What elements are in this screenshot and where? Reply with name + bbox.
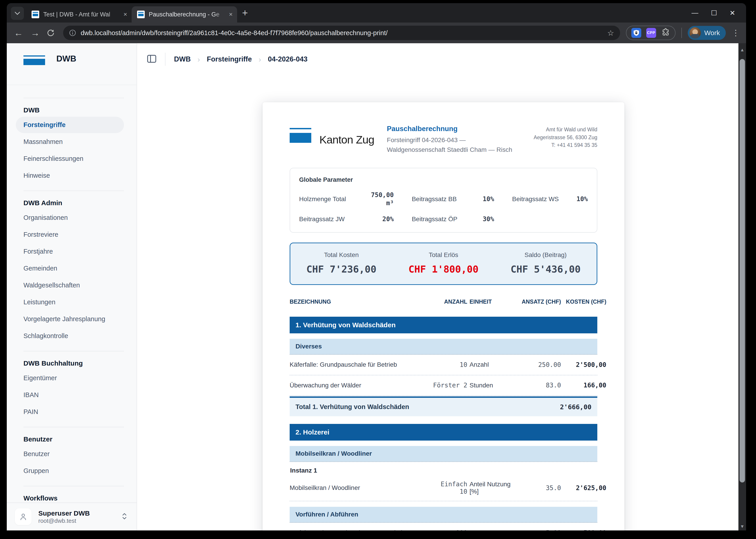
close-window-button[interactable]: ✕	[730, 9, 735, 17]
breadcrumb-item[interactable]: Forsteingriffe	[207, 55, 252, 63]
breadcrumb-item[interactable]: 04-2026-043	[268, 55, 308, 63]
subsection-band: Mobilseilkran / Woodliner	[290, 446, 597, 462]
sidebar-item-forstreviere[interactable]: Forstreviere	[16, 226, 124, 243]
global-param: Holzmenge Total750,00m³	[299, 191, 394, 207]
content-area: Kanton Zug Pauschalberechnung Forsteingr…	[137, 75, 738, 530]
totals-banner: Total KostenCHF 7'236,00Total ErlösCHF 1…	[290, 243, 597, 285]
user-avatar-icon	[15, 508, 32, 525]
breadcrumb-item[interactable]: DWB	[174, 55, 191, 63]
subsection-band: Vorführen / Abführen	[290, 507, 597, 523]
url-bar[interactable]: dwb.localhost/admin/dwb/forsteingriff/2a…	[63, 26, 620, 40]
tab-favicon-icon	[137, 11, 145, 18]
total-column: Total ErlösCHF 1'800,00	[392, 251, 495, 275]
sidebar-section-header: DWB Admin	[16, 198, 124, 209]
bookmark-star-icon[interactable]: ☆	[607, 29, 614, 38]
extensions-group: CPP	[626, 26, 676, 40]
sidebar-item-benutzer[interactable]: Benutzer	[16, 446, 124, 462]
table-header-row: BEZEICHNUNGANZAHLEINHEITANSATZ (CHF)KOST…	[290, 298, 597, 309]
sidebar-item-hinweise[interactable]: Hinweise	[16, 167, 124, 184]
back-button[interactable]: ←	[13, 28, 24, 38]
sidebar-section-header: DWB Buchhaltung	[16, 358, 124, 369]
global-param: Beitragssatz WS10%	[512, 191, 588, 207]
cpp-extension-icon[interactable]: CPP	[646, 28, 656, 38]
breadcrumb-separator: ›	[258, 55, 261, 64]
new-tab-button[interactable]: +	[242, 7, 248, 19]
global-params-grid: Holzmenge Total750,00m³Beitragssatz BB10…	[299, 191, 588, 223]
header-divider	[165, 53, 165, 66]
sidebar-item-massnahmen[interactable]: Massnahmen	[16, 133, 124, 150]
sidebar-item-vorgelagerte-jahresplanung[interactable]: Vorgelagerte Jahresplanung	[16, 311, 124, 327]
sidebar-brand[interactable]: DWB	[7, 43, 137, 85]
sidebar-toggle-button[interactable]	[147, 54, 156, 64]
document-card: Kanton Zug Pauschalberechnung Forsteingr…	[263, 102, 624, 530]
user-email: root@dwb.test	[38, 517, 90, 524]
browser-toolbar: ← → dwb.localhost/admin/dwb/forsteingrif…	[7, 23, 746, 43]
browser-menu-button[interactable]: ⋮	[732, 28, 740, 38]
office-address: Amt für Wald und WildAegeristrasse 56, 6…	[533, 126, 597, 155]
content-header: DWB›Forsteingriffe›04-2026-043	[137, 43, 738, 75]
breadcrumb: DWB›Forsteingriffe›04-2026-043	[174, 55, 308, 64]
sidebar-section-header: Workflows	[16, 493, 124, 501]
sidebar-section-header: DWB	[16, 105, 124, 116]
site-info-icon[interactable]	[69, 29, 76, 37]
extensions-puzzle-icon[interactable]	[661, 28, 670, 38]
document-subtitle: Forsteingriff 04-2026-043 — Waldgenossen…	[387, 135, 525, 155]
sidebar-item-leistungen[interactable]: Leistungen	[16, 294, 124, 310]
scroll-down-icon[interactable]: ▼	[738, 524, 746, 529]
sidebar-item-gemeinden[interactable]: Gemeinden	[16, 260, 124, 276]
total-column: Total KostenCHF 7'236,00	[290, 251, 392, 275]
forward-button[interactable]: →	[30, 28, 41, 38]
tab-title: Pauschalberechnung - Ge	[149, 11, 225, 18]
scrollbar-thumb[interactable]	[739, 59, 745, 483]
section-band: 1. Verhütung von Waldschäden	[290, 317, 597, 333]
subgroup-label: Instanz 1	[290, 462, 597, 475]
sidebar-item-schlagkontrolle[interactable]: Schlagkontrolle	[16, 328, 124, 344]
sidebar-nav: DWBForsteingriffeMassnahmenFeinerschlies…	[7, 85, 137, 502]
tab-strip: Test | DWB - Amt für Wal×Pauschalberechn…	[7, 3, 746, 23]
tab-close-icon[interactable]: ×	[124, 11, 127, 18]
global-params-title: Globale Parameter	[299, 176, 588, 183]
sidebar-section-header: Benutzer	[16, 434, 124, 445]
sidebar-item-organisationen[interactable]: Organisationen	[16, 209, 124, 226]
global-params-panel: Globale Parameter Holzmenge Total750,00m…	[290, 168, 597, 233]
minimize-button[interactable]: —	[692, 9, 698, 17]
url-text[interactable]: dwb.localhost/admin/dwb/forsteingriff/2a…	[81, 29, 603, 37]
document-title: Pauschalberechnung	[387, 125, 525, 133]
kanton-zug-logo-icon	[290, 128, 311, 155]
page-scrollbar[interactable]: ▲ ▼	[738, 43, 746, 530]
sidebar-item-iban[interactable]: IBAN	[16, 387, 124, 403]
sidebar-item-pain[interactable]: PAIN	[16, 404, 124, 420]
user-name: Superuser DWB	[38, 509, 90, 518]
section-total-row: Total 1. Verhütung von Waldschäden2'666,…	[290, 396, 597, 416]
profile-button[interactable]: Work	[688, 26, 726, 40]
sidebar-item-gruppen[interactable]: Gruppen	[16, 463, 124, 479]
table-row: Käferfalle: Grundpauschale für Betrieb10…	[290, 355, 597, 375]
password-manager-extension-icon[interactable]	[631, 28, 641, 38]
sidebar-item-feinerschliessungen[interactable]: Feinerschliessungen	[16, 150, 124, 167]
global-param: Beitragssatz ÖP30%	[412, 215, 494, 223]
subsection-band: Diverses	[290, 339, 597, 355]
sidebar-item-forstjahre[interactable]: Forstjahre	[16, 243, 124, 260]
reload-button[interactable]	[47, 29, 57, 37]
dwb-logo-icon	[24, 55, 45, 65]
user-menu[interactable]: Superuser DWB root@dwb.test	[7, 502, 137, 530]
scroll-up-icon[interactable]: ▲	[738, 47, 746, 52]
profile-avatar	[690, 27, 701, 38]
table-row: Mobilseilkran / WoodlinerEinfach 10Antei…	[290, 475, 597, 501]
browser-window: Test | DWB - Amt für Wal×Pauschalberechn…	[7, 3, 746, 530]
sidebar-item-forsteingriffe[interactable]: Forsteingriffe	[16, 117, 124, 133]
window-controls: — ☐ ✕	[692, 3, 746, 23]
maximize-button[interactable]: ☐	[711, 9, 717, 17]
tabs-container: Test | DWB - Amt für Wal×Pauschalberechn…	[26, 6, 237, 23]
global-param: Beitragssatz JW20%	[299, 215, 394, 223]
tab-title: Test | DWB - Amt für Wal	[43, 11, 120, 18]
browser-tab[interactable]: Pauschalberechnung - Ge×	[132, 6, 237, 23]
calculation-table: BEZEICHNUNGANZAHLEINHEITANSATZ (CHF)KOST…	[290, 298, 597, 530]
tab-close-icon[interactable]: ×	[229, 11, 233, 18]
browser-tab[interactable]: Test | DWB - Amt für Wal×	[26, 6, 132, 23]
tab-favicon-icon	[32, 11, 39, 18]
user-menu-chevron-icon	[121, 512, 128, 522]
sidebar-item-eigent-mer[interactable]: Eigentümer	[16, 370, 124, 386]
sidebar-item-waldgesellschaften[interactable]: Waldgesellschaften	[16, 277, 124, 293]
tab-search-button[interactable]	[11, 7, 24, 20]
